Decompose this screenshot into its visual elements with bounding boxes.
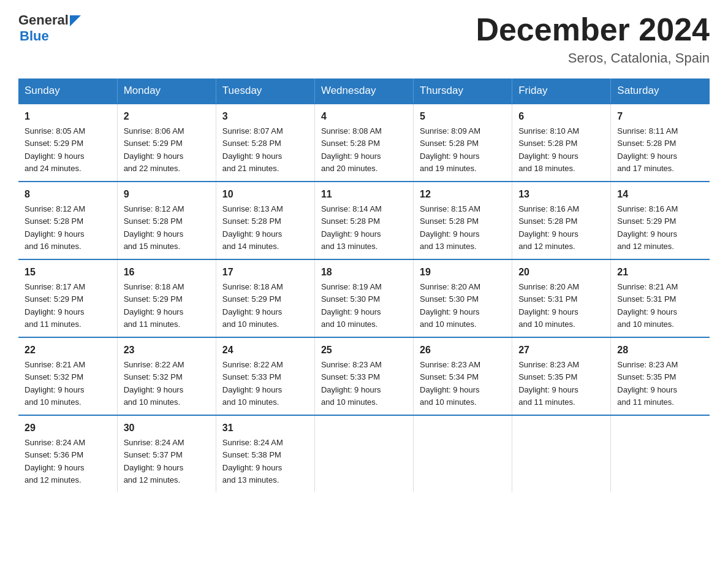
calendar-day-cell	[414, 415, 512, 492]
location-text: Seros, Catalonia, Spain	[476, 50, 710, 66]
day-number: 30	[124, 421, 210, 435]
day-info: Sunrise: 8:13 AMSunset: 5:28 PMDaylight:…	[222, 204, 283, 251]
calendar-day-cell: 31 Sunrise: 8:24 AMSunset: 5:38 PMDaylig…	[216, 415, 314, 492]
day-info: Sunrise: 8:20 AMSunset: 5:30 PMDaylight:…	[420, 282, 480, 329]
day-number: 20	[518, 265, 604, 280]
day-number: 31	[222, 421, 308, 435]
month-title: December 2024	[476, 12, 710, 47]
day-info: Sunrise: 8:22 AMSunset: 5:33 PMDaylight:…	[222, 360, 283, 407]
day-number: 1	[25, 109, 111, 124]
day-number: 16	[124, 265, 210, 280]
day-number: 9	[124, 187, 210, 202]
day-number: 7	[617, 109, 703, 124]
day-number: 28	[617, 343, 703, 358]
calendar-day-cell: 13 Sunrise: 8:16 AMSunset: 5:28 PMDaylig…	[512, 182, 611, 259]
header-monday: Monday	[117, 79, 216, 104]
calendar-table: Sunday Monday Tuesday Wednesday Thursday…	[18, 79, 710, 492]
day-number: 21	[617, 265, 703, 280]
calendar-week-row: 8 Sunrise: 8:12 AMSunset: 5:28 PMDayligh…	[18, 182, 710, 259]
calendar-day-cell	[314, 415, 413, 492]
logo-blue-text: Blue	[20, 28, 49, 44]
day-number: 22	[25, 343, 111, 358]
calendar-day-cell: 25 Sunrise: 8:23 AMSunset: 5:33 PMDaylig…	[314, 337, 413, 415]
day-info: Sunrise: 8:16 AMSunset: 5:28 PMDaylight:…	[518, 204, 579, 251]
calendar-week-row: 29 Sunrise: 8:24 AMSunset: 5:36 PMDaylig…	[18, 415, 710, 492]
day-info: Sunrise: 8:21 AMSunset: 5:32 PMDaylight:…	[25, 360, 85, 407]
calendar-day-cell: 17 Sunrise: 8:18 AMSunset: 5:29 PMDaylig…	[216, 259, 314, 337]
day-number: 12	[420, 187, 506, 202]
calendar-week-row: 15 Sunrise: 8:17 AMSunset: 5:29 PMDaylig…	[18, 259, 710, 337]
calendar-day-cell: 1 Sunrise: 8:05 AMSunset: 5:29 PMDayligh…	[18, 104, 117, 182]
calendar-day-cell: 6 Sunrise: 8:10 AMSunset: 5:28 PMDayligh…	[512, 104, 611, 182]
logo: General Blue	[18, 12, 81, 44]
day-info: Sunrise: 8:12 AMSunset: 5:28 PMDaylight:…	[124, 204, 184, 251]
calendar-day-cell: 19 Sunrise: 8:20 AMSunset: 5:30 PMDaylig…	[414, 259, 512, 337]
day-info: Sunrise: 8:07 AMSunset: 5:28 PMDaylight:…	[222, 126, 283, 173]
header-tuesday: Tuesday	[216, 79, 314, 104]
day-info: Sunrise: 8:23 AMSunset: 5:33 PMDaylight:…	[321, 360, 382, 407]
day-info: Sunrise: 8:09 AMSunset: 5:28 PMDaylight:…	[420, 126, 480, 173]
calendar-day-cell: 2 Sunrise: 8:06 AMSunset: 5:29 PMDayligh…	[117, 104, 216, 182]
day-number: 29	[25, 421, 111, 435]
header-thursday: Thursday	[414, 79, 512, 104]
day-number: 3	[222, 109, 308, 124]
calendar-day-cell: 16 Sunrise: 8:18 AMSunset: 5:29 PMDaylig…	[117, 259, 216, 337]
calendar-day-cell: 3 Sunrise: 8:07 AMSunset: 5:28 PMDayligh…	[216, 104, 314, 182]
calendar-day-cell: 11 Sunrise: 8:14 AMSunset: 5:28 PMDaylig…	[314, 182, 413, 259]
calendar-day-cell: 29 Sunrise: 8:24 AMSunset: 5:36 PMDaylig…	[18, 415, 117, 492]
day-number: 10	[222, 187, 308, 202]
day-number: 27	[518, 343, 604, 358]
day-number: 24	[222, 343, 308, 358]
day-info: Sunrise: 8:10 AMSunset: 5:28 PMDaylight:…	[518, 126, 579, 173]
calendar-day-cell: 30 Sunrise: 8:24 AMSunset: 5:37 PMDaylig…	[117, 415, 216, 492]
header-sunday: Sunday	[18, 79, 117, 104]
day-number: 26	[420, 343, 506, 358]
calendar-day-cell: 4 Sunrise: 8:08 AMSunset: 5:28 PMDayligh…	[314, 104, 413, 182]
day-number: 15	[25, 265, 111, 280]
calendar-week-row: 22 Sunrise: 8:21 AMSunset: 5:32 PMDaylig…	[18, 337, 710, 415]
calendar-day-cell: 12 Sunrise: 8:15 AMSunset: 5:28 PMDaylig…	[414, 182, 512, 259]
day-number: 6	[518, 109, 604, 124]
day-number: 25	[321, 343, 407, 358]
calendar-day-cell: 5 Sunrise: 8:09 AMSunset: 5:28 PMDayligh…	[414, 104, 512, 182]
calendar-day-cell: 18 Sunrise: 8:19 AMSunset: 5:30 PMDaylig…	[314, 259, 413, 337]
day-number: 5	[420, 109, 506, 124]
svg-marker-0	[70, 15, 81, 26]
day-info: Sunrise: 8:24 AMSunset: 5:37 PMDaylight:…	[124, 438, 184, 484]
day-number: 14	[617, 187, 703, 202]
day-info: Sunrise: 8:22 AMSunset: 5:32 PMDaylight:…	[124, 360, 184, 407]
day-number: 19	[420, 265, 506, 280]
calendar-day-cell: 21 Sunrise: 8:21 AMSunset: 5:31 PMDaylig…	[611, 259, 710, 337]
day-number: 17	[222, 265, 308, 280]
calendar-day-cell: 24 Sunrise: 8:22 AMSunset: 5:33 PMDaylig…	[216, 337, 314, 415]
day-number: 11	[321, 187, 407, 202]
day-number: 23	[124, 343, 210, 358]
header-saturday: Saturday	[611, 79, 710, 104]
day-info: Sunrise: 8:23 AMSunset: 5:35 PMDaylight:…	[617, 360, 678, 407]
day-info: Sunrise: 8:24 AMSunset: 5:38 PMDaylight:…	[222, 438, 283, 484]
calendar-day-cell	[512, 415, 611, 492]
page-header: General Blue December 2024 Seros, Catalo…	[18, 12, 710, 66]
logo-general-text: General	[18, 12, 69, 28]
header-wednesday: Wednesday	[314, 79, 413, 104]
day-info: Sunrise: 8:11 AMSunset: 5:28 PMDaylight:…	[617, 126, 678, 173]
day-info: Sunrise: 8:20 AMSunset: 5:31 PMDaylight:…	[518, 282, 579, 329]
calendar-day-cell: 27 Sunrise: 8:23 AMSunset: 5:35 PMDaylig…	[512, 337, 611, 415]
calendar-day-cell: 20 Sunrise: 8:20 AMSunset: 5:31 PMDaylig…	[512, 259, 611, 337]
calendar-day-cell: 8 Sunrise: 8:12 AMSunset: 5:28 PMDayligh…	[18, 182, 117, 259]
logo-triangle-icon	[70, 15, 81, 26]
calendar-day-cell: 15 Sunrise: 8:17 AMSunset: 5:29 PMDaylig…	[18, 259, 117, 337]
calendar-header-row: Sunday Monday Tuesday Wednesday Thursday…	[18, 79, 710, 104]
calendar-day-cell: 7 Sunrise: 8:11 AMSunset: 5:28 PMDayligh…	[611, 104, 710, 182]
day-info: Sunrise: 8:15 AMSunset: 5:28 PMDaylight:…	[420, 204, 480, 251]
calendar-day-cell: 23 Sunrise: 8:22 AMSunset: 5:32 PMDaylig…	[117, 337, 216, 415]
day-info: Sunrise: 8:16 AMSunset: 5:29 PMDaylight:…	[617, 204, 678, 251]
day-info: Sunrise: 8:23 AMSunset: 5:34 PMDaylight:…	[420, 360, 480, 407]
day-info: Sunrise: 8:19 AMSunset: 5:30 PMDaylight:…	[321, 282, 382, 329]
calendar-day-cell: 26 Sunrise: 8:23 AMSunset: 5:34 PMDaylig…	[414, 337, 512, 415]
calendar-day-cell: 9 Sunrise: 8:12 AMSunset: 5:28 PMDayligh…	[117, 182, 216, 259]
day-info: Sunrise: 8:18 AMSunset: 5:29 PMDaylight:…	[222, 282, 283, 329]
day-info: Sunrise: 8:18 AMSunset: 5:29 PMDaylight:…	[124, 282, 184, 329]
day-info: Sunrise: 8:24 AMSunset: 5:36 PMDaylight:…	[25, 438, 85, 484]
calendar-week-row: 1 Sunrise: 8:05 AMSunset: 5:29 PMDayligh…	[18, 104, 710, 182]
